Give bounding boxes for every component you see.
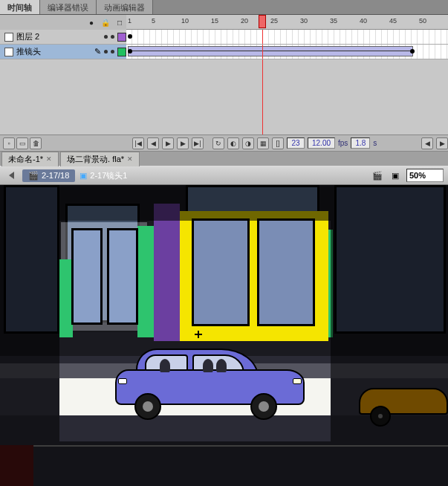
outline-column-icon[interactable]: □: [117, 19, 122, 27]
onion-markers-button[interactable]: []: [272, 137, 284, 149]
layers-list: 图层 2 推镜头 ✎: [0, 30, 448, 135]
elapsed-time-display: 1.8: [351, 137, 370, 149]
ruler-tick: 30: [300, 17, 308, 25]
visibility-dot[interactable]: [104, 35, 108, 39]
back-button[interactable]: [4, 169, 18, 182]
timeline-panel: ● 🔒 □ 1 5 10 15 20 25 30 35 40 45 50 图层 …: [0, 15, 448, 151]
new-folder-button[interactable]: ▭: [16, 137, 28, 149]
fps-label: fps: [338, 139, 348, 147]
edit-symbol-button[interactable]: ▣: [389, 169, 402, 182]
layer-row[interactable]: 推镜头 ✎: [0, 45, 448, 59]
ruler-tick: 10: [181, 17, 189, 25]
keyframe-icon[interactable]: [410, 49, 415, 54]
symbol-breadcrumb[interactable]: ▣ 2-17镜头1: [79, 170, 127, 181]
wall-panel-green: [137, 226, 154, 337]
layer-type-icon: [4, 33, 13, 42]
playhead-marker[interactable]: [259, 15, 266, 28]
ruler-tick: 15: [211, 17, 218, 25]
document-tabs: 未命名-1* ✕ 场二背景动. fla* ✕: [0, 151, 448, 166]
step-back-button[interactable]: ◀: [147, 137, 159, 149]
scroll-right-button[interactable]: ▶: [436, 137, 448, 149]
wall-panel-purple: [154, 204, 180, 341]
time-label: s: [373, 139, 377, 147]
visibility-dot[interactable]: [104, 50, 108, 54]
ruler-tick: 20: [241, 17, 248, 25]
ruler-tick: 25: [270, 17, 278, 25]
clapper-icon: 🎬: [28, 171, 39, 181]
tween-span[interactable]: [128, 46, 413, 56]
wall-panel-green: [328, 230, 333, 337]
new-layer-button[interactable]: ▫: [3, 137, 15, 149]
goto-last-button[interactable]: ▶|: [192, 137, 204, 149]
layer-column-header: ● 🔒 □: [0, 15, 126, 30]
pencil-icon: ✎: [94, 47, 101, 56]
symbol-icon: ▣: [79, 171, 87, 181]
tab-compiler-errors[interactable]: 编译器错误: [40, 0, 97, 14]
loop-button[interactable]: ↻: [212, 137, 224, 149]
edit-bar: 🎬 2-17/18 ▣ 2-17镜头1 🎬 ▣: [0, 166, 448, 185]
close-icon[interactable]: ✕: [46, 155, 52, 163]
stage[interactable]: [0, 185, 448, 486]
zoom-input[interactable]: [406, 169, 444, 182]
tween-arrow-line: [131, 51, 410, 51]
layer-type-icon: [4, 48, 13, 56]
ruler-tick: 35: [330, 17, 337, 25]
tab-motion-editor[interactable]: 动画编辑器: [97, 0, 153, 14]
lock-dot[interactable]: [111, 50, 114, 54]
edit-scene-button[interactable]: 🎬: [371, 169, 384, 182]
frames-track[interactable]: [126, 30, 448, 45]
registration-point-icon: [195, 331, 202, 338]
document-tab-label: 未命名-1*: [8, 154, 43, 165]
document-tab-label: 场二背景动. fla*: [67, 154, 124, 165]
goto-first-button[interactable]: |◀: [132, 137, 144, 149]
outline-swatch[interactable]: [117, 48, 126, 56]
layer-name: 推镜头: [16, 46, 41, 57]
playhead-line: [262, 59, 263, 135]
playhead-line: [262, 45, 263, 59]
fps-display: 12.00: [308, 137, 335, 149]
document-tab[interactable]: 未命名-1* ✕: [1, 152, 59, 166]
symbol-name: 2-17镜头1: [90, 170, 127, 181]
scroll-left-button[interactable]: ◀: [421, 137, 433, 149]
eye-column-icon[interactable]: ●: [89, 19, 94, 27]
edit-multiple-button[interactable]: ▦: [257, 137, 269, 149]
scene-breadcrumb[interactable]: 🎬 2-17/18: [22, 169, 75, 182]
layer-label[interactable]: 图层 2: [0, 30, 126, 45]
delete-layer-button[interactable]: 🗑: [30, 137, 42, 149]
ruler-tick: 5: [152, 17, 155, 25]
keyframe-icon[interactable]: [128, 49, 132, 54]
layer-row[interactable]: 图层 2: [0, 30, 448, 45]
ruler-tick: 50: [419, 17, 426, 25]
play-button[interactable]: ▶: [162, 137, 174, 149]
lock-dot[interactable]: [111, 35, 114, 39]
document-tab[interactable]: 场二背景动. fla* ✕: [60, 152, 140, 166]
step-forward-button[interactable]: ▶: [177, 137, 189, 149]
keyframe-icon[interactable]: [128, 34, 132, 39]
layer-name: 图层 2: [16, 31, 39, 42]
ruler-tick: 40: [360, 17, 367, 25]
car-yellow: [359, 375, 448, 427]
frame-ruler[interactable]: 1 5 10 15 20 25 30 35 40 45 50: [126, 15, 448, 30]
lock-column-icon[interactable]: 🔒: [101, 19, 110, 27]
car-purple: [115, 347, 305, 421]
current-frame-display: 23: [287, 137, 305, 149]
outline-swatch[interactable]: [117, 33, 126, 42]
close-icon[interactable]: ✕: [127, 155, 133, 163]
scene-name: 2-17/18: [42, 171, 69, 180]
panel-tabs: 时间轴 编译器错误 动画编辑器: [0, 0, 448, 15]
ruler-tick: 1: [128, 17, 132, 25]
playhead-line: [262, 30, 263, 44]
timeline-footer: ▫ ▭ 🗑 |◀ ◀ ▶ ▶ ▶| ↻ ◐ ◑ ▦ [] 23 12.00 fp…: [0, 135, 448, 151]
onion-skin-button[interactable]: ◐: [227, 137, 239, 149]
timeline-header: ● 🔒 □ 1 5 10 15 20 25 30 35 40 45 50: [0, 15, 448, 30]
tab-timeline[interactable]: 时间轴: [0, 0, 40, 14]
onion-outline-button[interactable]: ◑: [242, 137, 254, 149]
foreground-object: [0, 445, 33, 486]
ruler-tick: 45: [389, 17, 397, 25]
frames-track[interactable]: [126, 45, 448, 59]
layer-label[interactable]: 推镜头 ✎: [0, 45, 126, 59]
